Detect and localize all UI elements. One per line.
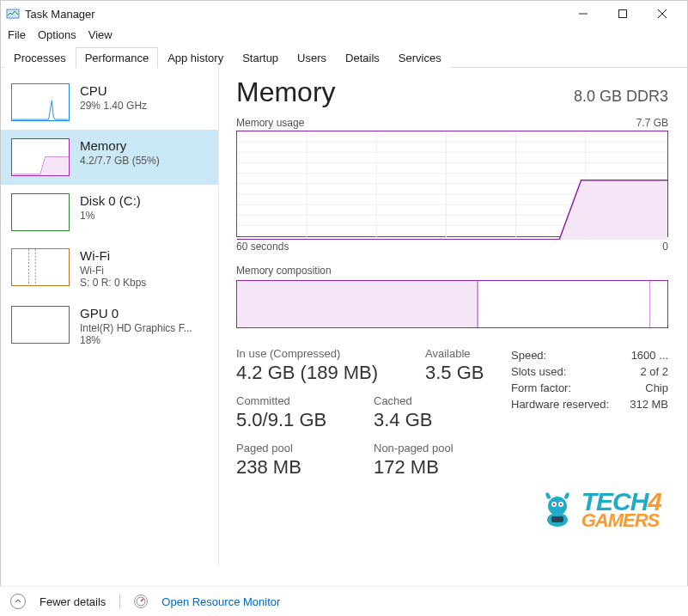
menu-file[interactable]: File [8,28,26,41]
hw-label: Hardware reserved: [511,398,609,411]
svg-marker-22 [237,180,667,240]
footer: Fewer details Open Resource Monitor [0,586,688,616]
disk-thumb-icon [11,193,70,231]
tabbar: Processes Performance App history Startu… [1,46,687,68]
slots-value: 2 of 2 [640,365,668,378]
page-title: Memory [236,76,336,108]
available-label: Available [425,347,484,360]
graph-axis-left: 60 seconds [236,241,289,253]
resource-monitor-icon [134,595,148,608]
svg-marker-5 [13,157,69,175]
memory-usage-graph[interactable] [236,131,668,237]
tab-startup[interactable]: Startup [233,47,288,68]
sidebar-item-memory[interactable]: Memory 4.2/7.7 GB (55%) [1,130,218,185]
svg-point-25 [558,502,563,507]
graph-label-right: 7.7 GB [636,117,668,129]
sidebar-item-label: Disk 0 (C:) [80,193,141,208]
open-resource-monitor-link[interactable]: Open Resource Monitor [161,595,280,608]
nonpaged-value: 172 MB [374,456,454,479]
svg-point-23 [548,497,567,515]
committed-label: Committed [236,394,356,407]
task-manager-icon [6,7,20,21]
graph-axis-right: 0 [662,241,668,253]
close-button[interactable] [642,1,682,27]
memory-composition-bar[interactable] [236,280,668,328]
sidebar-item-gpu[interactable]: GPU 0 Intel(R) HD Graphics F... 18% [1,297,218,355]
cached-label: Cached [374,394,432,407]
sidebar-item-label: Wi-Fi [80,248,146,263]
composition-label: Memory composition [236,265,668,277]
sidebar-item-wifi[interactable]: Wi-Fi Wi-Fi S: 0 R: 0 Kbps [1,240,218,297]
sidebar-item-sub2: 18% [80,334,192,346]
svg-rect-29 [551,516,563,522]
wifi-thumb-icon [11,248,70,286]
slots-label: Slots used: [511,365,566,378]
committed-value: 5.0/9.1 GB [236,409,356,431]
maximize-button[interactable] [603,1,642,27]
form-value: Chip [645,381,668,394]
sidebar: CPU 29% 1.40 GHz Memory 4.2/7.7 GB (55%)… [1,68,219,566]
in-use-label: In use (Compressed) [236,347,408,360]
gpu-thumb-icon [11,306,70,344]
menu-options[interactable]: Options [38,28,76,41]
menubar: File Options View [1,27,687,46]
composition-in-use [237,281,478,327]
watermark-logo: TECH4 GAMERS [539,487,661,532]
speed-label: Speed: [511,349,546,362]
tab-app-history[interactable]: App history [158,47,233,68]
tab-performance[interactable]: Performance [76,47,158,68]
sidebar-item-disk[interactable]: Disk 0 (C:) 1% [1,185,218,240]
svg-line-31 [141,599,143,601]
main-panel: Memory 8.0 GB DDR3 Memory usage 7.7 GB [219,68,687,566]
sidebar-item-label: Memory [80,138,160,153]
sidebar-item-label: GPU 0 [80,306,192,320]
hw-value: 312 MB [630,398,668,411]
sidebar-item-sub: Wi-Fi [80,265,146,277]
chevron-up-icon[interactable] [10,594,26,609]
tab-details[interactable]: Details [336,47,389,68]
memory-capacity: 8.0 GB DDR3 [574,88,668,106]
minimize-button[interactable] [563,1,603,27]
sidebar-item-sub: 1% [80,210,141,222]
cpu-thumb-icon [11,83,70,121]
available-value: 3.5 GB [425,362,484,384]
tab-services[interactable]: Services [389,47,451,68]
nonpaged-label: Non-paged pool [374,442,454,454]
composition-standby [478,281,650,327]
sidebar-item-cpu[interactable]: CPU 29% 1.40 GHz [1,75,218,130]
memory-thumb-icon [11,138,70,176]
sidebar-item-sub: Intel(R) HD Graphics F... [80,322,192,334]
sidebar-item-sub2: S: 0 R: 0 Kbps [80,277,146,289]
separator [119,594,120,609]
cached-value: 3.4 GB [374,409,432,431]
speed-value: 1600 ... [631,349,668,362]
tab-processes[interactable]: Processes [4,47,76,68]
svg-rect-2 [619,10,627,18]
paged-label: Paged pool [236,442,356,454]
form-label: Form factor: [511,381,571,394]
tab-users[interactable]: Users [288,47,336,68]
sidebar-item-sub: 29% 1.40 GHz [80,100,147,112]
svg-point-27 [559,503,562,506]
fewer-details-link[interactable]: Fewer details [40,595,106,608]
svg-point-28 [547,513,568,527]
sidebar-item-sub: 4.2/7.7 GB (55%) [80,155,160,167]
in-use-value: 4.2 GB (189 MB) [236,362,408,384]
paged-value: 238 MB [236,456,356,479]
titlebar: Task Manager [1,1,687,27]
menu-view[interactable]: View [88,28,113,41]
window-title: Task Manager [25,8,95,21]
sidebar-item-label: CPU [80,83,147,98]
svg-point-26 [552,503,555,506]
composition-free [650,281,667,327]
svg-point-24 [551,502,557,507]
mascot-icon [539,491,576,528]
graph-label-left: Memory usage [236,117,304,129]
